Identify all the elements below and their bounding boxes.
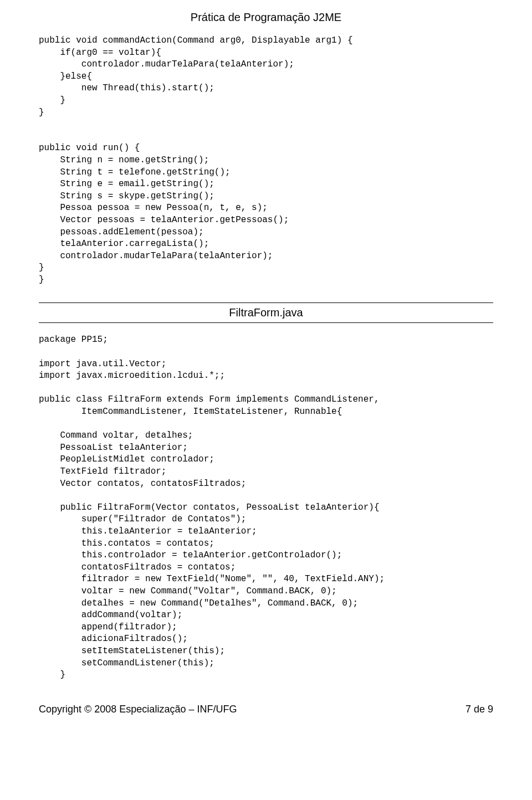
page-footer: Copyright © 2008 Especialização – INF/UF… — [39, 704, 493, 715]
document-page: Prática de Programação J2ME public void … — [0, 0, 532, 732]
footer-left: Copyright © 2008 Especialização – INF/UF… — [39, 704, 237, 715]
footer-right: 7 de 9 — [466, 704, 493, 715]
code-block-1: public void commandAction(Command arg0, … — [39, 35, 493, 286]
code-block-2: package PP15; import java.util.Vector; i… — [39, 334, 493, 681]
divider-bottom — [39, 322, 493, 323]
section-title: FiltraForm.java — [39, 303, 493, 322]
page-title: Prática de Programação J2ME — [39, 11, 493, 24]
